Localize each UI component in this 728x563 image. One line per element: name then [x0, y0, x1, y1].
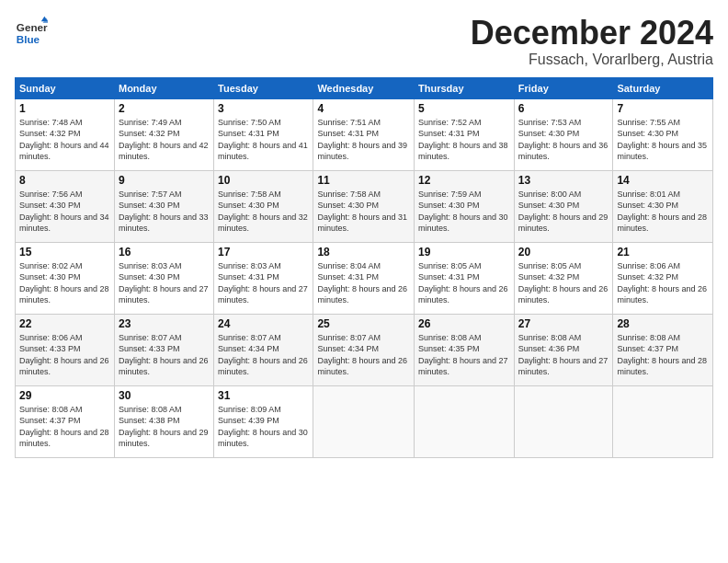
header: General Blue December 2024 Fussach, Vora…	[15, 15, 713, 68]
table-row: 27 Sunrise: 8:08 AM Sunset: 4:36 PM Dayl…	[514, 314, 613, 385]
table-row: 31 Sunrise: 8:09 AM Sunset: 4:39 PM Dayl…	[214, 385, 313, 457]
table-row	[613, 385, 713, 457]
day-detail: Sunrise: 8:06 AM Sunset: 4:33 PM Dayligh…	[19, 332, 110, 378]
calendar-week-row: 8 Sunrise: 7:56 AM Sunset: 4:30 PM Dayli…	[16, 170, 713, 242]
day-detail: Sunrise: 8:07 AM Sunset: 4:33 PM Dayligh…	[119, 332, 210, 378]
day-number: 5	[418, 102, 510, 115]
day-detail: Sunrise: 8:08 AM Sunset: 4:38 PM Dayligh…	[119, 404, 210, 450]
day-detail: Sunrise: 8:06 AM Sunset: 4:32 PM Dayligh…	[617, 260, 709, 306]
table-row	[313, 385, 415, 457]
col-monday: Monday	[114, 77, 213, 98]
table-row	[514, 385, 613, 457]
col-saturday: Saturday	[613, 77, 713, 98]
day-detail: Sunrise: 7:50 AM Sunset: 4:31 PM Dayligh…	[218, 117, 309, 163]
day-number: 29	[19, 389, 110, 402]
calendar-week-row: 1 Sunrise: 7:48 AM Sunset: 4:32 PM Dayli…	[16, 98, 713, 170]
day-detail: Sunrise: 8:04 AM Sunset: 4:31 PM Dayligh…	[317, 260, 410, 306]
col-thursday: Thursday	[415, 77, 515, 98]
table-row: 23 Sunrise: 8:07 AM Sunset: 4:33 PM Dayl…	[114, 314, 213, 385]
logo-icon: General Blue	[15, 15, 48, 48]
day-detail: Sunrise: 8:08 AM Sunset: 4:37 PM Dayligh…	[19, 404, 110, 450]
day-number: 20	[518, 246, 609, 259]
table-row: 22 Sunrise: 8:06 AM Sunset: 4:33 PM Dayl…	[16, 314, 115, 385]
table-row: 21 Sunrise: 8:06 AM Sunset: 4:32 PM Dayl…	[613, 242, 713, 314]
day-number: 21	[617, 246, 709, 259]
location-title: Fussach, Vorarlberg, Austria	[471, 52, 713, 68]
day-number: 2	[119, 102, 210, 115]
title-block: December 2024 Fussach, Vorarlberg, Austr…	[471, 15, 713, 68]
day-detail: Sunrise: 8:03 AM Sunset: 4:31 PM Dayligh…	[218, 260, 309, 306]
day-number: 31	[218, 389, 309, 402]
table-row: 3 Sunrise: 7:50 AM Sunset: 4:31 PM Dayli…	[214, 98, 313, 170]
calendar-header-row: Sunday Monday Tuesday Wednesday Thursday…	[16, 77, 713, 98]
table-row: 12 Sunrise: 7:59 AM Sunset: 4:30 PM Dayl…	[415, 170, 515, 242]
day-detail: Sunrise: 7:58 AM Sunset: 4:30 PM Dayligh…	[317, 189, 410, 235]
day-detail: Sunrise: 8:08 AM Sunset: 4:36 PM Dayligh…	[518, 332, 609, 378]
day-number: 19	[418, 246, 510, 259]
table-row: 14 Sunrise: 8:01 AM Sunset: 4:30 PM Dayl…	[613, 170, 713, 242]
day-detail: Sunrise: 8:05 AM Sunset: 4:31 PM Dayligh…	[418, 260, 510, 306]
month-title: December 2024	[471, 15, 713, 52]
page: General Blue December 2024 Fussach, Vora…	[0, 0, 728, 563]
day-number: 14	[617, 174, 709, 187]
day-number: 8	[19, 174, 110, 187]
table-row: 6 Sunrise: 7:53 AM Sunset: 4:30 PM Dayli…	[514, 98, 613, 170]
table-row: 11 Sunrise: 7:58 AM Sunset: 4:30 PM Dayl…	[313, 170, 415, 242]
day-detail: Sunrise: 7:59 AM Sunset: 4:30 PM Dayligh…	[418, 189, 510, 235]
calendar-week-row: 22 Sunrise: 8:06 AM Sunset: 4:33 PM Dayl…	[16, 314, 713, 385]
day-number: 25	[317, 317, 410, 330]
day-detail: Sunrise: 7:51 AM Sunset: 4:31 PM Dayligh…	[317, 117, 410, 163]
table-row: 28 Sunrise: 8:08 AM Sunset: 4:37 PM Dayl…	[613, 314, 713, 385]
day-number: 16	[119, 246, 210, 259]
col-tuesday: Tuesday	[214, 77, 313, 98]
table-row: 13 Sunrise: 8:00 AM Sunset: 4:30 PM Dayl…	[514, 170, 613, 242]
day-detail: Sunrise: 7:55 AM Sunset: 4:30 PM Dayligh…	[617, 117, 709, 163]
table-row: 9 Sunrise: 7:57 AM Sunset: 4:30 PM Dayli…	[114, 170, 213, 242]
table-row: 1 Sunrise: 7:48 AM Sunset: 4:32 PM Dayli…	[16, 98, 115, 170]
day-detail: Sunrise: 7:52 AM Sunset: 4:31 PM Dayligh…	[418, 117, 510, 163]
table-row: 4 Sunrise: 7:51 AM Sunset: 4:31 PM Dayli…	[313, 98, 415, 170]
table-row: 7 Sunrise: 7:55 AM Sunset: 4:30 PM Dayli…	[613, 98, 713, 170]
table-row: 20 Sunrise: 8:05 AM Sunset: 4:32 PM Dayl…	[514, 242, 613, 314]
day-detail: Sunrise: 7:58 AM Sunset: 4:30 PM Dayligh…	[218, 189, 309, 235]
day-detail: Sunrise: 8:03 AM Sunset: 4:30 PM Dayligh…	[119, 260, 210, 306]
table-row	[415, 385, 515, 457]
table-row: 8 Sunrise: 7:56 AM Sunset: 4:30 PM Dayli…	[16, 170, 115, 242]
day-detail: Sunrise: 8:02 AM Sunset: 4:30 PM Dayligh…	[19, 260, 110, 306]
table-row: 19 Sunrise: 8:05 AM Sunset: 4:31 PM Dayl…	[415, 242, 515, 314]
col-friday: Friday	[514, 77, 613, 98]
table-row: 17 Sunrise: 8:03 AM Sunset: 4:31 PM Dayl…	[214, 242, 313, 314]
calendar-week-row: 15 Sunrise: 8:02 AM Sunset: 4:30 PM Dayl…	[16, 242, 713, 314]
day-number: 27	[518, 317, 609, 330]
day-number: 13	[518, 174, 609, 187]
day-detail: Sunrise: 8:08 AM Sunset: 4:35 PM Dayligh…	[418, 332, 510, 378]
day-detail: Sunrise: 7:56 AM Sunset: 4:30 PM Dayligh…	[19, 189, 110, 235]
svg-text:Blue: Blue	[17, 33, 40, 45]
calendar-table: Sunday Monday Tuesday Wednesday Thursday…	[15, 77, 713, 458]
day-detail: Sunrise: 8:05 AM Sunset: 4:32 PM Dayligh…	[518, 260, 609, 306]
day-number: 1	[19, 102, 110, 115]
table-row: 10 Sunrise: 7:58 AM Sunset: 4:30 PM Dayl…	[214, 170, 313, 242]
day-detail: Sunrise: 8:00 AM Sunset: 4:30 PM Dayligh…	[518, 189, 609, 235]
day-number: 18	[317, 246, 410, 259]
day-number: 23	[119, 317, 210, 330]
table-row: 25 Sunrise: 8:07 AM Sunset: 4:34 PM Dayl…	[313, 314, 415, 385]
table-row: 15 Sunrise: 8:02 AM Sunset: 4:30 PM Dayl…	[16, 242, 115, 314]
day-number: 28	[617, 317, 709, 330]
day-number: 15	[19, 246, 110, 259]
table-row: 30 Sunrise: 8:08 AM Sunset: 4:38 PM Dayl…	[114, 385, 213, 457]
day-detail: Sunrise: 7:48 AM Sunset: 4:32 PM Dayligh…	[19, 117, 110, 163]
day-number: 24	[218, 317, 309, 330]
table-row: 29 Sunrise: 8:08 AM Sunset: 4:37 PM Dayl…	[16, 385, 115, 457]
day-number: 9	[119, 174, 210, 187]
day-number: 22	[19, 317, 110, 330]
day-detail: Sunrise: 8:09 AM Sunset: 4:39 PM Dayligh…	[218, 404, 309, 450]
table-row: 2 Sunrise: 7:49 AM Sunset: 4:32 PM Dayli…	[114, 98, 213, 170]
col-sunday: Sunday	[16, 77, 115, 98]
day-detail: Sunrise: 8:08 AM Sunset: 4:37 PM Dayligh…	[617, 332, 709, 378]
day-detail: Sunrise: 7:49 AM Sunset: 4:32 PM Dayligh…	[119, 117, 210, 163]
day-number: 4	[317, 102, 410, 115]
day-number: 26	[418, 317, 510, 330]
day-detail: Sunrise: 7:57 AM Sunset: 4:30 PM Dayligh…	[119, 189, 210, 235]
day-number: 3	[218, 102, 309, 115]
